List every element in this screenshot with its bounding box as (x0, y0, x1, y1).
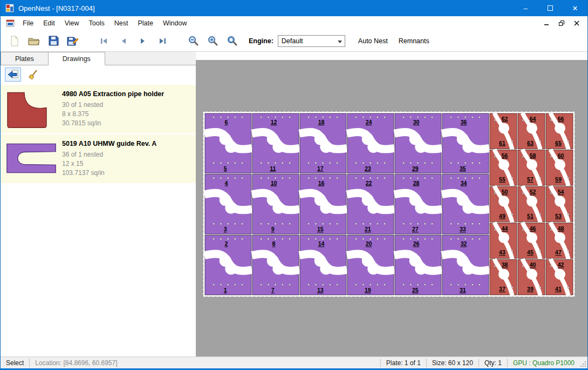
purple-part-pair[interactable]: 1817 (299, 113, 347, 173)
part-number: 16 (318, 180, 325, 186)
mdi-minimize-button[interactable] (540, 18, 553, 29)
red-part-pair[interactable]: 6665 (546, 113, 573, 150)
open-button[interactable] (25, 33, 43, 49)
return-part-button[interactable] (5, 68, 21, 82)
purple-part-pair[interactable]: 2423 (347, 113, 394, 173)
new-button[interactable] (6, 33, 23, 49)
mdi-close-button[interactable] (570, 18, 583, 29)
sidebar: Plates Drawings (1, 52, 196, 356)
mdi-restore-button[interactable] (555, 18, 568, 29)
save-button[interactable] (45, 33, 62, 49)
next-page-button[interactable] (134, 33, 152, 49)
drill-hole (282, 116, 283, 118)
remnants-button[interactable]: Remnants (396, 35, 432, 48)
menu-nest[interactable]: Nest (110, 17, 133, 29)
purple-part-pair[interactable]: 1413 (299, 235, 347, 295)
drill-hole (457, 116, 459, 118)
tab-drawings[interactable]: Drawings (49, 52, 105, 65)
red-part-pair[interactable]: 4847 (546, 223, 573, 259)
purple-part-pair[interactable]: 2019 (347, 235, 394, 295)
tab-drawings-label: Drawings (63, 55, 91, 63)
menu-view[interactable]: View (60, 17, 84, 29)
resize-grip[interactable] (580, 357, 587, 368)
menu-file[interactable]: File (18, 17, 38, 29)
red-part-pair[interactable]: 4443 (490, 223, 517, 259)
drill-hole (511, 287, 513, 288)
purple-part-pair[interactable]: 2625 (394, 235, 442, 295)
purple-part-pair[interactable]: 3231 (442, 235, 489, 295)
red-part-pair[interactable]: 4039 (518, 259, 545, 295)
nest-canvas[interactable]: 6512111817242330293635431091615222128273… (196, 52, 587, 356)
drill-hole (431, 177, 433, 179)
red-part-pair[interactable]: 5655 (490, 150, 517, 186)
resize-grip-icon (580, 361, 586, 367)
part-number: 22 (366, 180, 372, 186)
canvas-top-strip (196, 52, 587, 60)
part-size: 8 x 8.375 (62, 110, 164, 119)
red-part-pair[interactable]: 5857 (518, 150, 545, 186)
purple-part-pair[interactable]: 109 (252, 174, 299, 234)
drill-hole (464, 177, 466, 179)
back-arrow-icon (8, 70, 18, 79)
part-item-extraction-pipe-holder[interactable]: 4980 A05 Extraction pipe holder 30 of 1 … (1, 85, 196, 133)
close-button[interactable]: ✕ (563, 0, 587, 16)
part-number: 31 (460, 287, 466, 293)
menu-edit[interactable]: Edit (38, 17, 60, 29)
part-number: 59 (555, 176, 562, 183)
drill-hole (417, 116, 419, 118)
engine-select[interactable]: Default (278, 35, 345, 47)
drill-hole (322, 177, 324, 179)
zoom-out-button[interactable] (185, 33, 202, 49)
red-part-pair[interactable]: 3837 (490, 259, 517, 295)
red-part-pair[interactable]: 5453 (546, 186, 573, 223)
purple-part-pair[interactable]: 3433 (442, 174, 489, 234)
drill-hole (568, 250, 569, 252)
red-part-pair[interactable]: 6261 (490, 113, 517, 150)
red-part-pair[interactable]: 4645 (518, 223, 545, 259)
previous-page-button[interactable] (115, 33, 132, 49)
purple-part-pair[interactable]: 2221 (347, 174, 394, 234)
purple-part-pair[interactable]: 3635 (442, 113, 489, 173)
purple-part-pair[interactable]: 1211 (252, 113, 299, 173)
minimize-button[interactable]: – (513, 0, 538, 16)
tab-plates[interactable]: Plates (1, 52, 49, 65)
drill-hole (289, 223, 290, 225)
first-page-button[interactable] (95, 33, 113, 49)
red-part-pair[interactable]: 6463 (518, 113, 545, 150)
drill-hole (308, 238, 310, 240)
menu-plate[interactable]: Plate (133, 17, 158, 29)
red-part-pair[interactable]: 5049 (490, 186, 517, 223)
zoom-fit-button[interactable] (224, 33, 241, 49)
purple-part-pair[interactable]: 3029 (394, 113, 442, 173)
drill-hole (494, 156, 496, 158)
save-as-button[interactable] (64, 33, 81, 49)
drill-hole (424, 223, 426, 225)
purple-part-pair[interactable]: 65 (204, 113, 252, 173)
drill-hole (464, 284, 466, 285)
last-page-button[interactable] (154, 33, 171, 49)
drill-hole (377, 284, 378, 285)
menu-tools[interactable]: Tools (84, 17, 110, 29)
menu-window[interactable]: Window (158, 17, 192, 29)
purple-part-pair[interactable]: 43 (204, 174, 252, 234)
purple-part-pair[interactable]: 2827 (394, 174, 442, 234)
part-number: 55 (499, 176, 505, 183)
red-part-pair[interactable]: 5251 (518, 186, 545, 223)
purple-part-pair[interactable]: 87 (252, 235, 299, 295)
purple-part-pair[interactable]: 21 (204, 235, 252, 295)
red-part-pair[interactable]: 4241 (546, 259, 573, 295)
zoom-in-button[interactable] (204, 33, 222, 49)
drill-hole (241, 162, 243, 164)
drill-hole (213, 238, 215, 240)
drill-hole (282, 238, 283, 240)
clean-button[interactable] (25, 68, 42, 82)
maximize-button[interactable] (538, 0, 563, 16)
purple-part-pair[interactable]: 1615 (299, 174, 347, 234)
auto-nest-button[interactable]: Auto Nest (356, 35, 390, 48)
drill-hole (550, 229, 552, 231)
part-info: 4980 A05 Extraction pipe holder 30 of 1 … (62, 89, 164, 128)
part-number: 61 (499, 140, 505, 146)
red-part-pair[interactable]: 6059 (546, 150, 573, 186)
part-item-uhmw-guide[interactable]: 5019 A10 UHMW guide Rev. A 36 of 1 neste… (1, 134, 196, 183)
part-number: 62 (502, 116, 508, 122)
